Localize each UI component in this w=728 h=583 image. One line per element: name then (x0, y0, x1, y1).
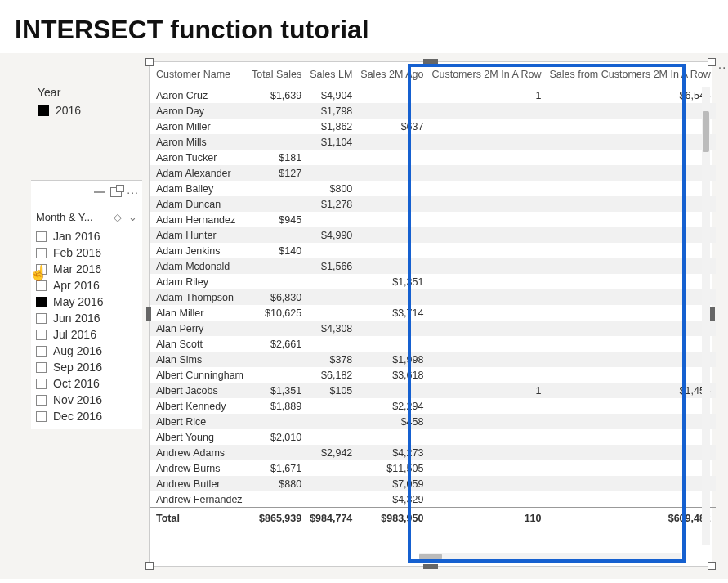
table-cell (428, 321, 546, 336)
table-cell (547, 134, 716, 150)
table-row[interactable]: Andrew Fernandez$4,329 (150, 491, 716, 508)
month-slicer[interactable]: ··· Month & Y... ◇ ⌄ Jan 2016Feb 2016Mar… (31, 180, 142, 429)
year-slicer-item[interactable]: 2016 (38, 104, 81, 117)
month-slicer-item[interactable]: Mar 2016 (36, 261, 139, 277)
scroll-thumb[interactable] (703, 111, 709, 152)
resize-handle[interactable] (710, 307, 715, 321)
month-slicer-item[interactable]: Aug 2016 (36, 343, 139, 359)
month-slicer-item[interactable]: Sep 2016 (36, 359, 139, 375)
table-cell (306, 460, 357, 476)
table-row[interactable]: Adam Hernandez$945 (150, 212, 716, 227)
scroll-thumb[interactable] (419, 554, 442, 560)
table-row[interactable]: Adam Bailey$800 (150, 181, 716, 196)
month-slicer-item-label: Jan 2016 (53, 230, 100, 243)
col-header[interactable]: Sales from Customers 2M In A Row (547, 62, 716, 87)
slicer-header-icons: ··· (31, 182, 142, 204)
col-header[interactable]: Customer Name (150, 62, 248, 87)
checkbox-icon[interactable] (36, 362, 47, 373)
month-slicer-item[interactable]: Dec 2016 (36, 408, 139, 424)
more-options-icon[interactable]: ··· (127, 186, 139, 199)
table-row[interactable]: Adam Thompson$6,830 (150, 289, 716, 305)
vertical-scrollbar[interactable] (702, 87, 710, 545)
focus-mode-icon[interactable] (110, 187, 122, 197)
table-row[interactable]: Adam Jenkins$140 (150, 243, 716, 258)
resize-handle[interactable] (145, 58, 154, 66)
table-row[interactable]: Alan Miller$10,625$3,714 (150, 305, 716, 321)
month-slicer-item[interactable]: Jan 2016 (36, 228, 139, 244)
checkbox-icon[interactable] (36, 248, 47, 258)
table-cell: Adam Bailey (150, 181, 248, 196)
table-cell (357, 336, 428, 352)
col-header[interactable]: Sales 2M Ago (357, 62, 428, 87)
month-slicer-header[interactable]: Month & Y... ◇ ⌄ (31, 208, 142, 228)
year-slicer[interactable]: Year 2016 (38, 86, 81, 117)
month-slicer-item[interactable]: Jun 2016 (36, 310, 139, 326)
checkbox-icon[interactable] (36, 280, 47, 291)
month-slicer-item[interactable]: Apr 2016 (36, 277, 139, 294)
table-row[interactable]: Albert Rice$458 (150, 414, 716, 429)
chevron-down-icon[interactable]: ⌄ (128, 211, 137, 223)
table-row[interactable]: Adam Mcdonald$1,566 (150, 258, 716, 274)
table-row[interactable]: Alan Sims$378$1,998 (150, 352, 716, 367)
table-cell: 1 (428, 383, 546, 398)
table-cell (547, 289, 716, 305)
table-row[interactable]: Aaron Mills$1,104 (150, 134, 716, 150)
checkbox-icon[interactable] (36, 313, 47, 324)
month-slicer-item[interactable]: Feb 2016 (36, 244, 139, 261)
table-row[interactable]: Andrew Burns$1,671$11,505 (150, 460, 716, 476)
checkbox-icon[interactable] (36, 330, 47, 340)
checkbox-icon[interactable] (36, 379, 47, 389)
visual-more-options-icon[interactable]: ··· (718, 61, 728, 75)
table-row[interactable]: Albert Cunningham$6,182$3,618 (150, 367, 716, 383)
resize-handle[interactable] (708, 58, 716, 66)
col-header[interactable]: Total Sales (248, 62, 306, 87)
col-header[interactable]: Customers 2M In A Row (428, 62, 546, 87)
month-slicer-item[interactable]: Oct 2016 (36, 375, 139, 392)
month-slicer-item[interactable]: Jul 2016 (36, 326, 139, 343)
table-cell: $1,456 (547, 383, 716, 398)
resize-handle[interactable] (423, 564, 438, 569)
table-cell: Adam Mcdonald (150, 258, 248, 274)
table-cell (248, 367, 306, 383)
resize-handle[interactable] (146, 307, 151, 321)
table-row[interactable]: Aaron Tucker$181 (150, 150, 716, 165)
table-row[interactable]: Aaron Day$1,798 (150, 103, 716, 119)
resize-handle[interactable] (423, 59, 438, 64)
table-header-row: Customer Name Total Sales Sales LM Sales… (150, 62, 716, 87)
table-row[interactable]: Andrew Butler$880$7,059 (150, 476, 716, 491)
table-row[interactable]: Albert Kennedy$1,889$2,294 (150, 398, 716, 414)
resize-handle[interactable] (708, 562, 716, 570)
table-row[interactable]: Aaron Cruz$1,639$4,9041$6,543 (150, 87, 716, 104)
table-row[interactable]: Adam Hunter$4,990 (150, 227, 716, 243)
eraser-icon[interactable]: ◇ (114, 211, 122, 223)
month-slicer-item[interactable]: Nov 2016 (36, 392, 139, 408)
table-cell (547, 150, 716, 165)
checkbox-icon[interactable] (36, 411, 47, 422)
checkbox-icon[interactable] (36, 346, 47, 357)
table-row[interactable]: Andrew Adams$2,942$4,273 (150, 445, 716, 460)
table-row[interactable]: Adam Riley$1,351 (150, 274, 716, 289)
drag-handle-icon[interactable] (94, 191, 105, 193)
resize-handle[interactable] (145, 562, 154, 570)
checkbox-icon[interactable] (36, 231, 47, 242)
table-row[interactable]: Alan Scott$2,661 (150, 336, 716, 352)
checkbox-icon[interactable] (36, 395, 47, 406)
table-cell (306, 150, 357, 165)
checkbox-checked-icon[interactable] (36, 297, 47, 307)
table-visual[interactable]: ··· Customer Name Total Sales Sales LM S… (149, 61, 712, 567)
table-cell (547, 305, 716, 321)
table-row[interactable]: Aaron Miller$1,862$637 (150, 119, 716, 134)
month-slicer-item[interactable]: May 2016 (36, 294, 139, 310)
table-row[interactable]: Albert Jacobs$1,351$1051$1,456 (150, 383, 716, 398)
checkbox-icon[interactable] (36, 264, 47, 275)
table-row[interactable]: Adam Alexander$127 (150, 165, 716, 181)
table-cell (547, 196, 716, 212)
table-cell (428, 445, 546, 460)
horizontal-scrollbar[interactable] (419, 553, 681, 561)
table-row[interactable]: Alan Perry$4,308 (150, 321, 716, 336)
total-label: Total (150, 508, 248, 530)
col-header[interactable]: Sales LM (306, 62, 357, 87)
table-row[interactable]: Adam Duncan$1,278 (150, 196, 716, 212)
month-slicer-item-label: Sep 2016 (53, 361, 102, 374)
table-row[interactable]: Albert Young$2,010 (150, 429, 716, 445)
